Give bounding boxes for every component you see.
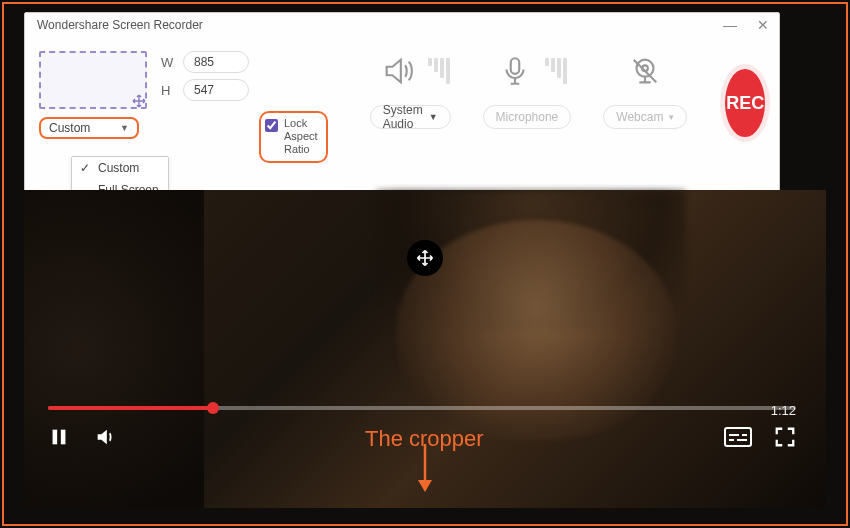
capture-region-preview[interactable] bbox=[39, 51, 147, 109]
system-audio-dropdown[interactable]: System Audio ▼ bbox=[370, 105, 451, 129]
chevron-down-icon: ▾ bbox=[669, 112, 674, 122]
svg-rect-4 bbox=[61, 430, 66, 445]
svg-rect-0 bbox=[511, 58, 520, 74]
svg-rect-5 bbox=[725, 428, 751, 446]
fullscreen-button[interactable] bbox=[774, 426, 796, 452]
region-mode-value: Custom bbox=[49, 121, 90, 135]
region-mode-dropdown[interactable]: Custom ▼ bbox=[39, 117, 139, 139]
microphone-icon bbox=[487, 51, 543, 91]
move-arrows-icon bbox=[131, 93, 147, 109]
lock-aspect-label: Lock Aspect Ratio bbox=[284, 117, 318, 157]
width-label: W bbox=[161, 55, 177, 70]
webcam-off-icon bbox=[617, 51, 673, 91]
progress-thumb[interactable] bbox=[207, 402, 219, 414]
svg-marker-11 bbox=[418, 480, 432, 492]
titlebar: Wondershare Screen Recorder — ✕ bbox=[25, 13, 779, 37]
mic-level-icon bbox=[545, 58, 567, 84]
speaker-icon bbox=[370, 51, 426, 91]
height-label: H bbox=[161, 83, 177, 98]
cropper-move-handle[interactable] bbox=[407, 240, 443, 276]
duration-label: 1:12 bbox=[771, 403, 796, 418]
webcam-dropdown[interactable]: Webcam ▾ bbox=[603, 105, 687, 129]
pause-button[interactable] bbox=[48, 426, 70, 452]
chevron-down-icon: ▼ bbox=[120, 123, 129, 133]
microphone-dropdown[interactable]: Microphone bbox=[483, 105, 572, 129]
check-icon: ✓ bbox=[80, 161, 92, 175]
window-title: Wondershare Screen Recorder bbox=[37, 18, 203, 32]
subtitles-button[interactable] bbox=[724, 427, 752, 451]
audio-level-icon bbox=[428, 58, 450, 84]
lock-aspect-group[interactable]: Lock Aspect Ratio bbox=[259, 111, 328, 163]
lock-aspect-checkbox[interactable] bbox=[265, 119, 278, 132]
width-input[interactable] bbox=[183, 51, 249, 73]
video-player: 1:12 The cropper bbox=[24, 190, 826, 508]
chevron-down-icon: ▼ bbox=[429, 112, 438, 122]
close-button[interactable]: ✕ bbox=[757, 17, 769, 33]
minimize-button[interactable]: — bbox=[723, 17, 737, 33]
volume-button[interactable] bbox=[94, 426, 116, 452]
mode-option-custom[interactable]: ✓ Custom bbox=[72, 157, 168, 179]
svg-point-1 bbox=[637, 60, 654, 77]
svg-rect-3 bbox=[53, 430, 58, 445]
height-input[interactable] bbox=[183, 79, 249, 101]
record-button[interactable]: REC bbox=[725, 69, 765, 137]
progress-bar[interactable] bbox=[48, 406, 796, 410]
recorder-window: Wondershare Screen Recorder — ✕ Custom ▼… bbox=[24, 12, 780, 208]
annotation-arrow-icon bbox=[415, 444, 435, 496]
